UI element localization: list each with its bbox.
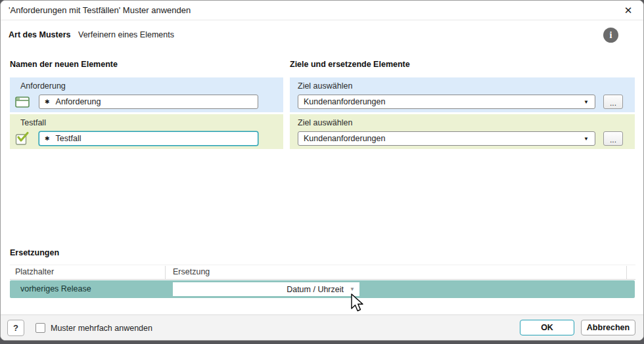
element-type-label: Anforderung [20,81,66,91]
apply-pattern-dialog: 'Anforderungen mit Testfällen' Muster an… [0,0,644,341]
required-marker-icon: ✱ [45,98,50,105]
mouse-cursor [350,293,365,313]
column-header-ersetzung: Ersetzung [173,267,210,276]
chevron-down-icon: ▼ [350,286,355,292]
name-input-testfall[interactable]: ✱ Testfall [39,131,258,146]
replacements-table-header: Platzhalter Ersetzung [10,265,635,280]
close-icon[interactable]: ✕ [618,3,638,18]
element-row-anforderung-name: Anforderung ✱ Anforderung [10,77,283,112]
target-select-label: Ziel auswählen [298,118,352,127]
element-row-testfall-name: Testfall ✱ Testfall [10,114,283,149]
title-bar: 'Anforderungen mit Testfällen' Muster an… [1,1,643,20]
browse-target-button[interactable]: ... [603,131,623,146]
targets-column-header: Ziele und ersetzende Elemente [290,60,410,69]
testcase-icon [15,131,30,146]
screen: 'Anforderungen mit Testfällen' Muster an… [0,0,644,344]
browse-target-button[interactable]: ... [603,95,623,109]
replacement-table-row[interactable]: vorheriges Release Datum / Uhrzeit ▼ [10,280,635,298]
ok-button[interactable]: OK [520,320,574,335]
apply-multiple-checkbox-label: Muster mehrfach anwenden [51,324,152,333]
element-type-label: Testfall [20,118,46,127]
column-divider [626,266,627,279]
target-dropdown-value: Kundenanforderungen [304,97,385,106]
placeholder-cell: vorheriges Release [20,284,91,293]
replacement-value-dropdown[interactable]: Datum / Uhrzeit ▼ [173,282,359,296]
apply-multiple-checkbox[interactable] [35,323,45,333]
column-divider [165,266,166,279]
replacement-value: Datum / Uhrzeit [287,285,344,294]
name-input-value: Anforderung [56,97,101,106]
pattern-type-value: Verfeinern eines Elements [78,30,174,39]
element-row-testfall-target: Ziel auswählen Kundenanforderungen ▼ ... [290,114,635,149]
pattern-type-label: Art des Musters [9,30,70,39]
target-dropdown-anforderung[interactable]: Kundenanforderungen ▼ [298,95,595,109]
cancel-button[interactable]: Abbrechen [581,320,635,335]
target-select-label: Ziel auswählen [298,81,352,91]
help-button[interactable]: ? [7,320,24,336]
dialog-title: 'Anforderungen mit Testfällen' Muster an… [9,5,191,15]
requirement-icon [15,97,30,108]
required-marker-icon: ✱ [45,135,50,142]
replacements-header: Ersetzungen [10,248,59,257]
footer-bar: ? Muster mehrfach anwenden OK Abbrechen [1,314,643,340]
chevron-down-icon: ▼ [584,136,589,142]
target-dropdown-value: Kundenanforderungen [304,134,385,143]
info-icon[interactable]: i [603,28,618,43]
target-dropdown-testfall[interactable]: Kundenanforderungen ▼ [298,131,595,146]
column-header-platzhalter: Platzhalter [15,267,54,276]
chevron-down-icon: ▼ [584,99,589,105]
name-input-value: Testfall [56,134,81,143]
names-column-header: Namen der neuen Elemente [10,60,118,69]
name-input-anforderung[interactable]: ✱ Anforderung [39,95,258,109]
element-row-anforderung-target: Ziel auswählen Kundenanforderungen ▼ ... [290,77,635,112]
